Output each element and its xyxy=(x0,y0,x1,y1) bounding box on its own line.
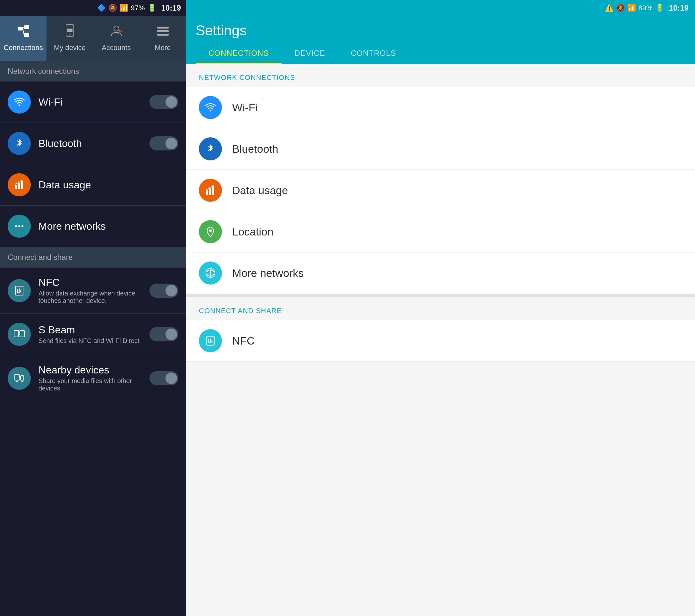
nfc-toggle-knob xyxy=(166,285,177,297)
svg-point-13 xyxy=(19,104,20,106)
right-more-networks-item[interactable]: More networks xyxy=(186,252,695,294)
right-bluetooth-icon xyxy=(199,137,222,161)
nearby-devices-item[interactable]: Nearby devices Share your media files wi… xyxy=(0,355,186,401)
right-location-item[interactable]: Location xyxy=(186,211,695,252)
svg-rect-23 xyxy=(20,331,24,337)
nearby-devices-toggle-knob xyxy=(166,372,177,384)
svg-rect-10 xyxy=(157,27,169,29)
wifi-toggle[interactable] xyxy=(150,95,178,109)
svg-point-19 xyxy=(18,225,20,227)
right-panel: ⚠️ 🔕 📶 89% 🔋 10:19 Settings CONNECTIONS … xyxy=(186,0,695,616)
svg-rect-15 xyxy=(18,183,20,189)
nfc-icon xyxy=(8,279,31,302)
svg-point-26 xyxy=(16,381,18,382)
sbeam-icon xyxy=(8,323,31,346)
mute-icon: 🔕 xyxy=(108,4,117,12)
right-data-usage-text: Data usage xyxy=(232,184,682,197)
svg-rect-25 xyxy=(20,376,24,380)
more-networks-item[interactable]: More networks xyxy=(0,206,186,247)
tab-more[interactable]: More xyxy=(139,16,186,61)
more-networks-text: More networks xyxy=(38,220,178,232)
more-icon xyxy=(156,24,170,41)
tab-more-label: More xyxy=(155,44,171,52)
svg-line-3 xyxy=(23,27,24,29)
left-panel: 🔷 🔕 📶 97% 🔋 10:19 Connections xyxy=(0,0,186,616)
svg-point-27 xyxy=(21,381,23,382)
tabs-row: CONNECTIONS DEVICE CONTROLS xyxy=(196,44,685,64)
accounts-icon xyxy=(109,24,123,41)
right-nfc-icon xyxy=(199,329,222,352)
svg-point-20 xyxy=(21,225,23,227)
svg-rect-22 xyxy=(14,331,19,337)
tab-accounts-label: Accounts xyxy=(102,44,131,52)
mute-icon-right: 🔕 xyxy=(616,4,625,12)
svg-point-6 xyxy=(69,34,71,36)
svg-rect-8 xyxy=(67,29,72,32)
svg-point-18 xyxy=(15,225,17,227)
bluetooth-item[interactable]: Bluetooth xyxy=(0,123,186,164)
nearby-devices-icon xyxy=(8,367,31,390)
nearby-devices-title: Nearby devices xyxy=(38,364,150,376)
data-usage-item[interactable]: Data usage xyxy=(0,164,186,206)
right-more-networks-text: More networks xyxy=(232,267,682,280)
content-area: NETWORK CONNECTIONS Wi-Fi xyxy=(186,64,695,616)
data-usage-text: Data usage xyxy=(38,179,178,191)
bluetooth-icon xyxy=(8,132,31,155)
svg-point-28 xyxy=(210,110,211,112)
nfc-toggle[interactable] xyxy=(150,284,178,298)
tab-accounts[interactable]: Accounts xyxy=(93,16,139,61)
sbeam-item[interactable]: S Beam Send files via NFC and Wi-Fi Dire… xyxy=(0,314,186,355)
nearby-devices-toggle[interactable] xyxy=(150,371,178,385)
wifi-toggle-knob xyxy=(166,96,177,108)
bluetooth-toggle-knob xyxy=(166,138,177,149)
right-wifi-text: Wi-Fi xyxy=(232,101,682,114)
tab-connections-label: Connections xyxy=(3,44,43,52)
right-bluetooth-item[interactable]: Bluetooth xyxy=(186,128,695,170)
time-left: 10:19 xyxy=(161,3,181,13)
sbeam-toggle[interactable] xyxy=(150,327,178,342)
sbeam-text: S Beam Send files via NFC and Wi-Fi Dire… xyxy=(38,324,150,345)
battery-left: 97% xyxy=(131,4,145,12)
svg-rect-1 xyxy=(24,26,29,29)
nav-tabs: Connections My device Accou xyxy=(0,16,186,61)
svg-line-4 xyxy=(23,29,24,35)
tab-connections-right[interactable]: CONNECTIONS xyxy=(196,44,282,64)
right-location-icon xyxy=(199,220,222,243)
status-bar-left: 🔷 🔕 📶 97% 🔋 10:19 xyxy=(0,0,186,16)
bluetooth-toggle[interactable] xyxy=(150,136,178,150)
svg-rect-2 xyxy=(24,33,29,37)
right-nfc-item[interactable]: NFC xyxy=(186,320,695,362)
wifi-title: Wi-Fi xyxy=(38,96,150,108)
right-wifi-item[interactable]: Wi-Fi xyxy=(186,87,695,128)
svg-rect-7 xyxy=(68,27,72,27)
bluetooth-text: Bluetooth xyxy=(38,138,150,150)
tab-my-device[interactable]: My device xyxy=(47,16,93,61)
signal-icon: 📶 xyxy=(120,4,128,12)
nfc-item[interactable]: NFC Allow data exchange when device touc… xyxy=(0,268,186,314)
sbeam-toggle-knob xyxy=(166,329,177,340)
right-data-usage-title: Data usage xyxy=(232,184,682,197)
svg-rect-29 xyxy=(206,190,208,195)
tab-device-right[interactable]: DEVICE xyxy=(282,44,338,64)
sbeam-subtitle: Send files via NFC and Wi-Fi Direct xyxy=(38,337,150,345)
status-bar-right: ⚠️ 🔕 📶 89% 🔋 10:19 xyxy=(186,0,695,16)
tab-connections[interactable]: Connections xyxy=(0,16,47,61)
nfc-subtitle: Allow data exchange when device touches … xyxy=(38,290,150,304)
connect-share-header: Connect and share xyxy=(0,247,186,268)
tab-my-device-label: My device xyxy=(54,44,86,52)
battery-right: 89% xyxy=(639,4,652,12)
right-location-text: Location xyxy=(232,226,682,238)
right-connect-share-header: CONNECT AND SHARE xyxy=(186,297,695,320)
tab-controls-right[interactable]: CONTROLS xyxy=(338,44,409,64)
nfc-text: NFC Allow data exchange when device touc… xyxy=(38,277,150,304)
data-usage-title: Data usage xyxy=(38,179,178,191)
wifi-item[interactable]: Wi-Fi xyxy=(0,82,186,123)
nfc-title: NFC xyxy=(38,277,150,288)
svg-point-33 xyxy=(209,229,212,232)
right-data-usage-item[interactable]: Data usage xyxy=(186,170,695,211)
time-right: 10:19 xyxy=(669,3,689,13)
nearby-devices-text: Nearby devices Share your media files wi… xyxy=(38,364,150,392)
wifi-text: Wi-Fi xyxy=(38,96,150,108)
more-networks-title: More networks xyxy=(38,220,178,232)
right-more-networks-title: More networks xyxy=(232,267,682,280)
